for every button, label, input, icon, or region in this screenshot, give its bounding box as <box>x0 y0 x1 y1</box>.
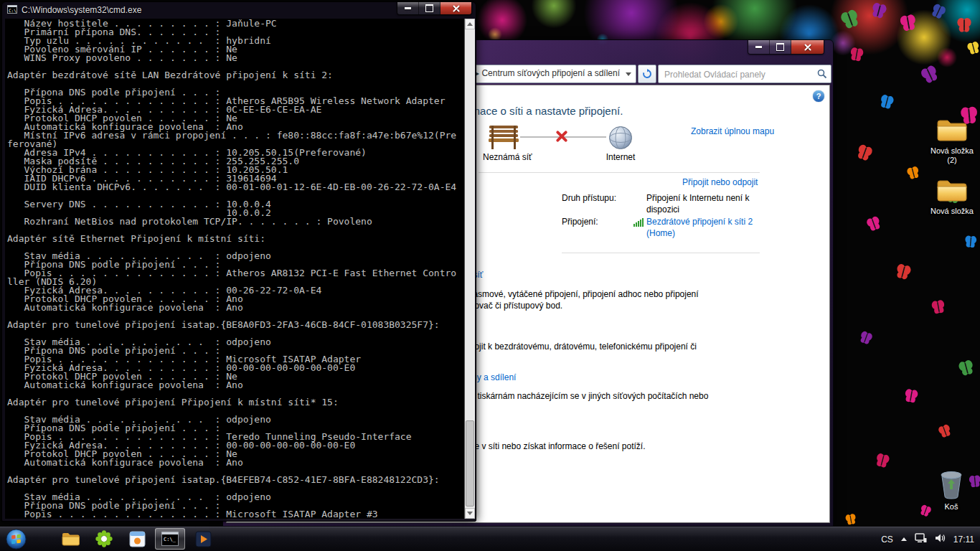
taskbar-button-media-app[interactable] <box>188 528 218 550</box>
refresh-icon <box>642 69 652 79</box>
cmd-caption-buttons <box>397 2 472 15</box>
wireless-signal-icon <box>633 218 644 227</box>
taskbar-button-cmd[interactable]: C:\_ <box>155 528 185 550</box>
close-button[interactable] <box>440 2 471 14</box>
search-icon[interactable] <box>817 69 827 79</box>
maximize-icon <box>425 4 433 12</box>
refresh-button[interactable] <box>638 65 656 83</box>
butterfly-decoration <box>956 17 972 33</box>
windows-logo-icon <box>6 529 27 550</box>
tray-language-indicator[interactable]: CS <box>881 534 893 545</box>
minimize-button[interactable] <box>748 40 770 54</box>
butterfly-decoration <box>963 235 978 249</box>
taskbar-app-buttons: C:\_ <box>56 528 218 550</box>
scrollbar-up-button[interactable] <box>465 19 475 29</box>
svg-text:C:\: C:\ <box>9 8 17 13</box>
tray-network-icon[interactable] <box>915 533 927 546</box>
butterfly-decoration <box>898 13 918 33</box>
minimize-icon <box>405 7 411 9</box>
scrollbar-thumb[interactable] <box>466 420 474 507</box>
help-button[interactable]: ? <box>813 90 824 102</box>
butterfly-decoration <box>903 387 919 404</box>
close-icon <box>452 4 461 13</box>
internet-globe-icon[interactable] <box>608 125 633 154</box>
access-type-value-line2: dispozici <box>646 204 679 215</box>
desktop-icon-label-line2: (2) <box>930 156 974 165</box>
close-icon <box>804 43 812 52</box>
tray-volume-icon[interactable] <box>935 533 946 546</box>
butterfly-decoration <box>844 513 858 527</box>
start-button[interactable] <box>6 529 27 550</box>
cmd-window-title: C:\Windows\system32\cmd.exe <box>22 5 141 15</box>
access-type-label: Druh přístupu: <box>562 193 616 203</box>
explorer-folder-icon <box>62 532 80 547</box>
chevron-down-icon[interactable] <box>626 72 631 76</box>
recycle-bin-icon <box>939 489 963 501</box>
divider <box>479 172 760 173</box>
svg-text:C:\_: C:\_ <box>164 537 176 542</box>
taskbar: C:\_ CS 17:11 <box>0 527 980 551</box>
app3-icon <box>129 531 146 547</box>
cmd-app-icon: C:\ <box>7 4 17 17</box>
desktop-icon-label: Nová složka <box>930 207 974 216</box>
arrow-down-icon <box>467 512 473 515</box>
maximize-icon <box>776 43 784 51</box>
media-app-icon <box>195 531 212 547</box>
scrollbar-down-button[interactable] <box>465 508 475 519</box>
folder-icon <box>936 194 968 206</box>
green-flower-icon <box>95 530 113 547</box>
butterfly-decoration <box>930 298 946 315</box>
close-button[interactable] <box>791 40 824 54</box>
folder-icon <box>936 133 968 146</box>
cmd-icon: C:\_ <box>161 532 179 546</box>
map-internet-label: Internet <box>602 152 639 162</box>
maximize-button[interactable] <box>770 40 791 54</box>
taskbar-button-explorer[interactable] <box>56 528 86 550</box>
console-scrollbar[interactable] <box>464 19 475 519</box>
access-type-value-line1: Připojení k Internetu není k <box>646 193 749 203</box>
map-unknown-network-label: Neznámá síť <box>483 152 526 162</box>
connections-label: Připojení: <box>562 217 598 227</box>
butterfly-decoration <box>966 40 980 56</box>
connection-link-line1[interactable]: Bezdrátové připojení k síti 2 <box>646 217 753 227</box>
cmd-window: C:\ C:\Windows\system32\cmd.exe Název ho… <box>1 1 476 522</box>
desktop-icon-new-folder-2[interactable]: Nová složka (2) <box>930 118 974 165</box>
minimize-icon <box>755 46 762 48</box>
arrow-up-icon <box>467 22 473 26</box>
console-output-area[interactable]: Název hostitele . . . . . . . . . : Jaňu… <box>5 19 464 519</box>
connection-link-line2[interactable]: (Home) <box>646 228 675 238</box>
tray-clock[interactable]: 17:11 <box>953 534 974 545</box>
search-box <box>658 65 831 83</box>
maximize-button[interactable] <box>419 2 440 14</box>
butterfly-decoration <box>848 46 864 62</box>
desktop-icon-new-folder[interactable]: Nová složka <box>930 178 974 216</box>
desktop-icon-label: Koš <box>933 502 970 512</box>
divider <box>562 253 760 253</box>
network-window-caption-buttons <box>748 40 824 55</box>
search-input[interactable] <box>663 67 809 81</box>
minimize-button[interactable] <box>397 2 419 14</box>
system-tray: CS 17:11 <box>881 527 974 551</box>
desktop-icon-recycle-bin[interactable]: Koš <box>933 471 970 512</box>
show-hidden-icons-button[interactable] <box>901 537 907 541</box>
desktop-icon-label: Nová složka <box>930 146 974 156</box>
taskbar-button-app3[interactable] <box>122 528 152 550</box>
view-full-map-link[interactable]: Zobrazit úplnou mapu <box>691 126 774 136</box>
map-disconnected-x-icon <box>555 129 569 143</box>
connect-disconnect-link[interactable]: Připojit nebo odpojit <box>682 177 758 187</box>
console-text: Název hostitele . . . . . . . . . : Jaňu… <box>5 19 464 519</box>
unknown-network-bench-icon[interactable] <box>487 123 520 154</box>
taskbar-button-green-flower-app[interactable] <box>89 528 119 550</box>
